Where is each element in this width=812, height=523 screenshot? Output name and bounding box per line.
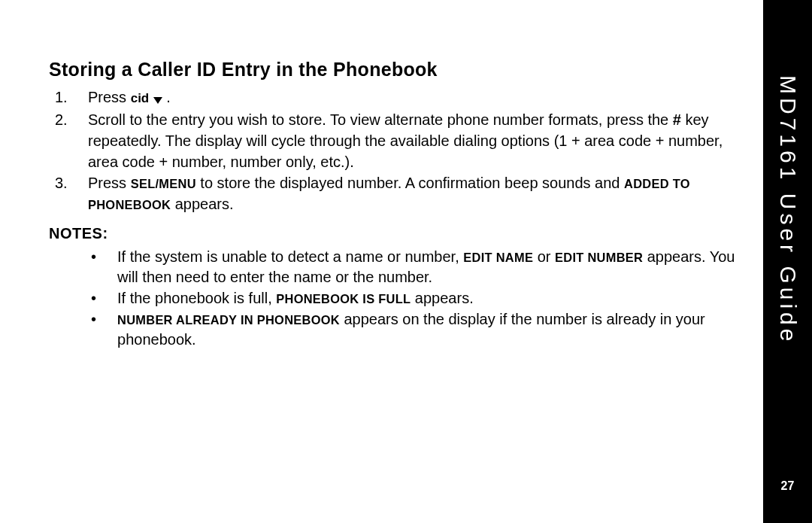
- note-item: • NUMBER ALREADY IN PHONEBOOK appears on…: [49, 309, 741, 351]
- guide-title: MD7161 User Guide: [775, 75, 801, 345]
- text-run: If the phonebook is full,: [117, 290, 276, 306]
- notes-list: • If the system is unable to detect a na…: [49, 247, 741, 351]
- note-item: • If the system is unable to detect a na…: [49, 247, 741, 288]
- text-run: SEL/MENU: [131, 177, 196, 190]
- text-run: Press: [88, 175, 131, 191]
- note-text: If the phonebook is full, PHONEBOOK IS F…: [117, 288, 741, 309]
- step-item: 3. Press SEL/MENU to store the displayed…: [49, 172, 741, 214]
- step-number: 1.: [49, 87, 88, 109]
- content-area: Storing a Caller ID Entry in the Phonebo…: [49, 59, 741, 351]
- text-run: appears.: [411, 290, 473, 306]
- text-run: PHONEBOOK IS FULL: [276, 292, 411, 306]
- step-text: Scroll to the entry you wish to store. T…: [88, 109, 741, 172]
- section-title: Storing a Caller ID Entry in the Phonebo…: [49, 59, 741, 81]
- steps-list: 1. Press cid . 2. Scroll to the entry yo…: [49, 87, 741, 214]
- bullet-icon: •: [49, 288, 117, 309]
- step-number: 2.: [49, 109, 88, 172]
- text-run: NUMBER ALREADY IN PHONEBOOK: [117, 313, 340, 327]
- side-tab: MD7161 User Guide 27: [763, 0, 812, 523]
- step-text: Press cid .: [88, 87, 741, 109]
- down-arrow-icon: [153, 88, 162, 109]
- text-run: EDIT NAME: [463, 251, 533, 264]
- note-text: NUMBER ALREADY IN PHONEBOOK appears on t…: [117, 309, 741, 351]
- step-item: 2. Scroll to the entry you wish to store…: [49, 109, 741, 172]
- text-run: #: [673, 111, 681, 128]
- step-item: 1. Press cid .: [49, 87, 741, 109]
- page-number: 27: [781, 479, 795, 493]
- text-run: EDIT NUMBER: [555, 251, 643, 264]
- note-text: If the system is unable to detect a name…: [117, 247, 741, 288]
- bullet-icon: •: [49, 247, 117, 288]
- step-prefix: Press: [88, 89, 131, 105]
- cid-key-label: cid: [131, 91, 150, 105]
- text-run: If the system is unable to detect a name…: [117, 248, 463, 265]
- text-run: to store the displayed number. A confirm…: [196, 175, 624, 191]
- text-run: or: [533, 248, 555, 265]
- step-suffix: .: [162, 89, 171, 105]
- notes-label: NOTES:: [49, 225, 741, 242]
- note-item: • If the phonebook is full, PHONEBOOK IS…: [49, 288, 741, 309]
- step-number: 3.: [49, 172, 88, 214]
- bullet-icon: •: [49, 309, 117, 351]
- svg-marker-0: [153, 97, 162, 104]
- text-run: Scroll to the entry you wish to store. T…: [88, 111, 673, 128]
- step-text: Press SEL/MENU to store the displayed nu…: [88, 172, 741, 214]
- page-root: MD7161 User Guide 27 Storing a Caller ID…: [0, 0, 812, 523]
- text-run: appears.: [171, 196, 233, 212]
